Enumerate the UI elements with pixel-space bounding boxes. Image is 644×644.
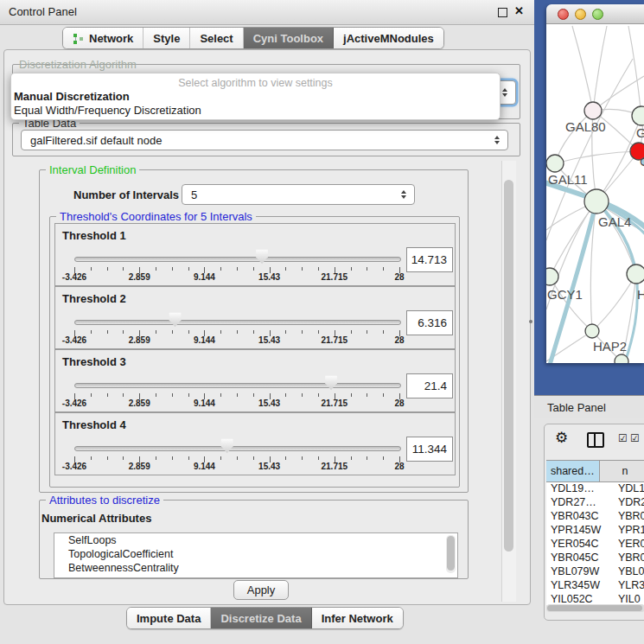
slider-tick-label: 2.859 [129, 462, 150, 471]
threshold-value-field[interactable]: 21.4 [406, 373, 453, 399]
number-of-intervals-combobox[interactable]: 5 [182, 184, 415, 205]
threshold-label: Threshold 2 [62, 292, 126, 305]
column-layout-icon[interactable] [587, 432, 604, 448]
threshold-value-field[interactable]: 14.713 [406, 247, 453, 272]
cell-name: YIL0 [611, 593, 644, 605]
float-window-icon[interactable] [498, 8, 507, 17]
cell-shared-name: YBL079W [546, 565, 611, 579]
network-node-gal80[interactable] [584, 102, 602, 119]
network-canvas[interactable]: GAL80GACGAL11GAL4GCY1HHAP2 [546, 24, 644, 363]
slider-tick-label: 28 [394, 272, 404, 282]
cell-name: YBR0 [611, 552, 644, 565]
checkbox-icon[interactable]: ☑ [630, 432, 640, 444]
dropdown-item-equal-width[interactable]: Equal Width/Frequency Discretization [14, 104, 201, 117]
network-node-h-node[interactable] [627, 265, 644, 284]
network-window-titlebar[interactable] [546, 4, 644, 24]
network-edge[interactable] [555, 151, 639, 163]
tab-label: Cyni Toolbox [253, 32, 323, 45]
number-of-intervals-value: 5 [191, 188, 197, 201]
network-icon [73, 33, 84, 44]
slider-track[interactable] [74, 320, 401, 325]
column-header-name[interactable]: n [600, 461, 644, 481]
cell-name: YBR0 [611, 510, 644, 524]
slider-tick-label: 28 [394, 335, 404, 345]
table-data-combobox[interactable]: galFiltered.sif default node [21, 130, 508, 150]
panel-scrollbar-thumb[interactable] [504, 180, 513, 552]
network-node-hap2[interactable] [585, 324, 599, 338]
attribute-list-item[interactable]: TopologicalCoefficient [54, 547, 457, 561]
attribute-list-item[interactable]: BetweennessCentrality [54, 561, 457, 575]
slider-tick [237, 456, 238, 460]
threshold-label: Threshold 1 [62, 229, 126, 242]
close-traffic-light[interactable] [558, 9, 569, 20]
network-node-label: C [640, 154, 644, 169]
tab-label: Discretize Data [220, 612, 301, 625]
network-node-gal11[interactable] [546, 155, 564, 172]
control-panel-title: Control Panel [9, 5, 77, 18]
minimize-traffic-light[interactable] [575, 9, 586, 20]
tab-label: Network [89, 32, 133, 45]
slider-tick [107, 267, 108, 271]
dropdown-item-manual-discretization[interactable]: Manual Discretization [14, 90, 130, 103]
panel-scrollbar[interactable] [501, 161, 516, 602]
slider-tick [91, 267, 92, 271]
table-row[interactable]: YBR043CYBR0 [546, 510, 644, 524]
checkbox-icon[interactable]: ☑ [618, 432, 628, 444]
network-edge[interactable] [550, 277, 592, 331]
network-edge[interactable] [572, 26, 593, 111]
network-node-gal4[interactable] [584, 189, 609, 214]
table-row[interactable]: YDL19…YDL1 [546, 482, 644, 496]
attributes-scrollbar[interactable] [446, 535, 456, 573]
tab-cyni-toolbox[interactable]: Cyni Toolbox [244, 28, 334, 48]
gear-icon[interactable]: ⚙ [555, 429, 568, 447]
network-edge[interactable] [593, 26, 607, 111]
column-header-shared-name[interactable]: shared… [546, 461, 600, 481]
slider-thumb[interactable] [169, 312, 182, 328]
network-node-bottom-node[interactable] [615, 354, 628, 363]
slider-tick [318, 267, 319, 271]
tab-style[interactable]: Style [143, 28, 190, 48]
table-row[interactable]: YPR145WYPR1 [546, 524, 644, 538]
network-node-gcy1[interactable] [546, 268, 558, 285]
network-edge[interactable] [628, 26, 641, 116]
table-row[interactable]: YBR045CYBR0 [546, 552, 644, 565]
slider-tick [123, 267, 124, 271]
table-row[interactable]: YLR345WYLR3 [546, 579, 644, 593]
maximize-traffic-light[interactable] [592, 9, 603, 20]
tab-network[interactable]: Network [63, 28, 143, 48]
slider-track[interactable] [74, 446, 401, 451]
tab-select[interactable]: Select [190, 28, 243, 48]
slider-tick [383, 393, 384, 397]
slider-tick [91, 393, 92, 397]
network-node-top-right[interactable] [632, 106, 644, 125]
slider-tick [107, 330, 108, 334]
slider-tick [253, 267, 254, 271]
table-row[interactable]: YBL079WYBL0 [546, 565, 644, 579]
cell-shared-name: YBR045C [546, 552, 611, 565]
network-edge[interactable] [593, 76, 644, 111]
threshold-value-field[interactable]: 6.316 [406, 310, 453, 335]
threshold-value-field[interactable]: 11.344 [406, 437, 453, 462]
tab-impute-data[interactable]: Impute Data [127, 608, 211, 628]
attribute-list-item[interactable]: SelfLoops [54, 533, 457, 547]
slider-thumb[interactable] [325, 375, 338, 391]
numerical-attributes-list[interactable]: SelfLoopsTopologicalCoefficientBetweenne… [54, 532, 458, 578]
apply-button[interactable]: Apply [233, 580, 289, 600]
network-node-label: GAL11 [548, 172, 588, 187]
table-data-value: galFiltered.sif default node [30, 134, 162, 147]
slider-track[interactable] [74, 257, 401, 262]
close-icon[interactable]: ✕ [514, 4, 524, 17]
table-horizontal-scrollbar[interactable] [546, 604, 644, 612]
slider-thumb[interactable] [220, 438, 233, 454]
table-row[interactable]: YDR27…YDR2 [546, 496, 644, 510]
slider-tick [188, 456, 189, 460]
tab-discretize-data[interactable]: Discretize Data [211, 608, 311, 628]
slider-thumb[interactable] [256, 249, 269, 265]
table-row[interactable]: YER054CYER0 [546, 538, 644, 552]
splitter-grip[interactable] [529, 320, 532, 323]
tab-infer-network[interactable]: Infer Network [312, 608, 403, 628]
table-row[interactable]: YIL052CYIL0 [546, 593, 644, 605]
slider-track[interactable] [74, 383, 401, 388]
tab-jactivemnodules[interactable]: jActiveMNodules [334, 28, 443, 48]
table-panel-titlebar: Table Panel [534, 395, 644, 418]
